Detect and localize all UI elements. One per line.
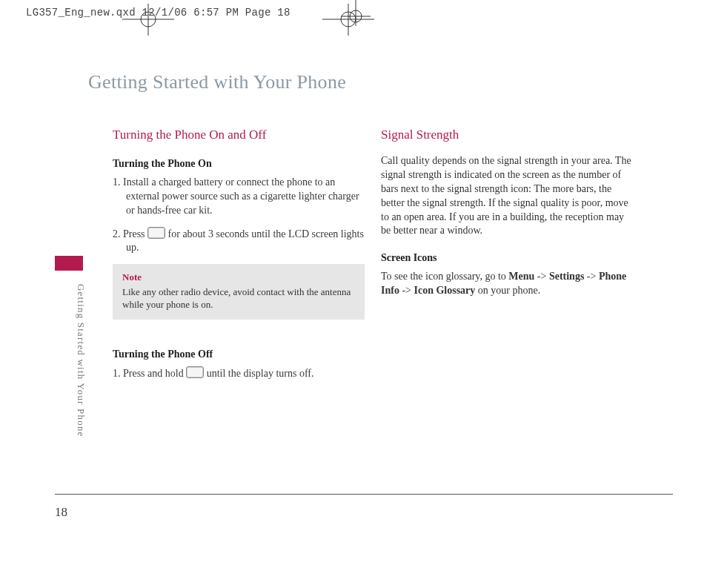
crop-mark-bottom-2 — [319, 0, 378, 37]
page-footer-rule — [55, 494, 673, 495]
icons-text-b: -> — [584, 271, 599, 282]
column-left: Turning the Phone On and Off Turning the… — [113, 127, 365, 390]
svg-point-2 — [350, 10, 362, 22]
heading-signal-strength: Signal Strength — [381, 127, 633, 144]
icons-text-c: -> — [399, 285, 414, 296]
nav-arrow-1: -> — [534, 271, 549, 282]
end-key-icon — [147, 227, 165, 239]
icons-text-a: To see the icon glossary, go to — [381, 271, 508, 282]
nav-menu: Menu — [508, 271, 534, 282]
subheading-turning-on: Turning the Phone On — [113, 157, 365, 171]
note-box: Note Like any other radio device, avoid … — [113, 264, 365, 320]
step-off-1a: 1. Press and hold — [113, 368, 186, 379]
end-key-icon — [186, 366, 204, 378]
step-on-1: 1. Install a charged battery or connect … — [113, 176, 365, 218]
note-title: Note — [122, 271, 355, 284]
step-on-2a: 2. Press — [113, 228, 147, 240]
nav-icon-glossary: Icon Glossary — [414, 285, 475, 296]
column-right: Signal Strength Call quality depends on … — [381, 127, 633, 305]
step-off-1: 1. Press and hold until the display turn… — [113, 366, 365, 381]
screen-icons-paragraph: To see the icon glossary, go to Menu -> … — [381, 270, 633, 298]
svg-point-8 — [341, 12, 356, 27]
heading-turning-on-off: Turning the Phone On and Off — [113, 127, 365, 144]
icons-text-d: on your phone. — [475, 285, 540, 296]
subheading-screen-icons: Screen Icons — [381, 251, 633, 265]
nav-settings: Settings — [549, 271, 584, 282]
steps-on: 1. Install a charged battery or connect … — [113, 176, 365, 255]
note-body: Like any other radio device, avoid conta… — [122, 285, 355, 311]
steps-off: 1. Press and hold until the display turn… — [113, 366, 365, 381]
subheading-turning-off: Turning the Phone Off — [113, 348, 365, 362]
chapter-title: Getting Started with Your Phone — [88, 69, 346, 95]
page-number: 18 — [55, 504, 67, 521]
signal-paragraph: Call quality depends on the signal stren… — [381, 154, 633, 238]
step-off-1b: until the display turns off. — [204, 368, 313, 379]
print-header: LG357_Eng_new.qxd 12/1/06 6:57 PM Page 1… — [26, 6, 291, 20]
side-label: Getting Started with Your Phone — [74, 284, 87, 437]
crop-mark-top — [333, 0, 378, 33]
step-on-2: 2. Press for about 3 seconds until the L… — [113, 227, 365, 256]
side-tab — [55, 256, 83, 271]
